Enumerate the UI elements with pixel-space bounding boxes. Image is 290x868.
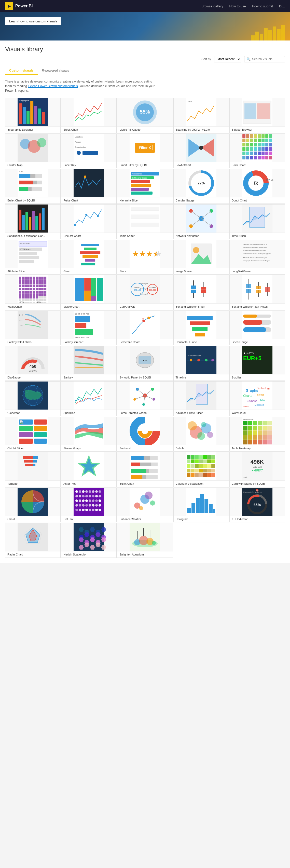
- visual-card[interactable]: ▲VizBullet Chart by SQLBI: [5, 169, 61, 204]
- visual-card[interactable]: Sankey: [61, 346, 117, 381]
- visual-card[interactable]: EnhancedScatter: [117, 488, 173, 522]
- visual-card[interactable]: 19,485 5,455 76814,030 4,687 209SankeyBa…: [61, 310, 117, 345]
- visual-card[interactable]: Network Navigator: [173, 204, 229, 239]
- visual-card[interactable]: Contract Compliance65%KPI Indicator: [229, 488, 285, 522]
- visual-card[interactable]: ★★★★★Stars: [117, 240, 173, 275]
- visual-card[interactable]: 496KUnits sold✦ GREAT▲VizCard with State…: [229, 452, 285, 487]
- visual-card[interactable]: Table Sorter: [117, 204, 173, 239]
- visual-card[interactable]: Hexbin Scatterplot: [61, 523, 117, 558]
- visual-card[interactable]: Total3KQty: 95Donut Chart: [229, 169, 285, 204]
- svg-point-541: [89, 499, 91, 502]
- visual-card[interactable]: LocationPersonOrganisationFacet Key: [61, 133, 117, 168]
- visual-preview: [5, 523, 60, 551]
- visual-name-label: EnhancedScatter: [117, 516, 172, 522]
- visual-card[interactable]: SandDance, a Microsoft Gar...: [5, 204, 61, 239]
- visual-card[interactable]: Calendar Visualization: [173, 452, 229, 487]
- visual-card[interactable]: Strippet Browser: [229, 98, 285, 133]
- visual-card[interactable]: PSOLServer#PSOLServerAttribute Slicer: [5, 240, 61, 275]
- visual-card[interactable]: Fulfillment DateTimeline: [173, 346, 229, 381]
- visual-card[interactable]: 55%Liquid Fill Gauge: [117, 98, 173, 133]
- visual-name-label: Timeline: [174, 374, 229, 380]
- visual-card[interactable]: Cluster Map: [5, 133, 61, 168]
- tab-r-powered[interactable]: R-powered visuals: [38, 66, 73, 75]
- visual-card[interactable]: ▲VizSparkline by OKViz - v1.0.0: [173, 98, 229, 133]
- visual-card[interactable]: Tornado: [5, 452, 61, 487]
- svg-rect-406: [34, 426, 47, 431]
- visual-card[interactable]: InfographicInfographic Designer: [5, 98, 61, 133]
- svg-rect-297: [91, 278, 96, 296]
- svg-rect-405: [19, 426, 33, 431]
- search-input[interactable]: [252, 57, 283, 61]
- visual-card[interactable]: Radar Chart: [5, 523, 61, 558]
- visual-card[interactable]: Sparkline: [61, 381, 117, 416]
- nav-submit[interactable]: How to submit: [252, 4, 273, 8]
- nav-browse[interactable]: Browse gallery: [201, 4, 223, 8]
- visual-card[interactable]: Dot Plot: [61, 488, 117, 522]
- visual-name-label: Brick Chart: [230, 162, 285, 168]
- visual-card[interactable]: EUR+5▲ 1.24%Scroller: [229, 346, 285, 381]
- visual-preview: Fulfillment Date: [174, 346, 229, 374]
- tab-custom-visuals[interactable]: Custom visuals: [5, 66, 38, 75]
- visual-name-label: Time Brush: [230, 232, 285, 239]
- visual-preview: LocationPersonOrganisation: [61, 134, 116, 162]
- visual-card[interactable]: Sunburst: [117, 417, 173, 452]
- svg-rect-404: [34, 420, 47, 425]
- main-content: Visuals library Sort by Most Recent 🔍 Cu…: [0, 40, 290, 563]
- svg-rect-503: [203, 469, 207, 472]
- visual-card[interactable]: Pulse Chart: [61, 169, 117, 204]
- visual-card[interactable]: Chiclet Slicer: [5, 417, 61, 452]
- visual-card[interactable]: Time Brush: [229, 204, 285, 239]
- visual-card[interactable]: Stock Chart: [61, 98, 117, 133]
- visual-card[interactable]: BowtieChart: [173, 133, 229, 168]
- visual-card[interactable]: LinearGauge: [229, 310, 285, 345]
- visual-card[interactable]: Table HeatmapTable Heatmap: [229, 417, 285, 452]
- svg-rect-352: [243, 327, 266, 332]
- svg-rect-335: [75, 323, 86, 328]
- visual-card[interactable]: Bullet Chart: [117, 452, 173, 487]
- visual-card[interactable]: Mekko Chart: [61, 275, 117, 310]
- visual-card[interactable]: Enlighten Aquarium: [117, 523, 173, 558]
- svg-rect-285: [30, 302, 32, 303]
- visual-card[interactable]: Gantt: [61, 240, 117, 275]
- svg-text:C→D: C→D: [19, 324, 23, 326]
- visual-card[interactable]: Histogram: [173, 488, 229, 522]
- svg-rect-428: [258, 421, 262, 425]
- visual-card[interactable]: Advanced Time Slicer: [173, 381, 229, 416]
- header-nav: Browse gallery How to use How to submit …: [201, 4, 285, 8]
- nav-more[interactable]: Di...: [279, 4, 285, 8]
- visual-card[interactable]: Aster Plot: [61, 452, 117, 487]
- visual-card[interactable]: Chord: [5, 488, 61, 522]
- visual-card[interactable]: Integrate your app with Power BI todeliv…: [229, 240, 285, 275]
- visual-card[interactable]: Brick Chart: [229, 133, 285, 168]
- nav-howto[interactable]: How to use: [229, 4, 246, 8]
- learn-button[interactable]: Learn how to use custom visuals: [5, 17, 61, 25]
- visual-card[interactable]: 45023.19%DialGauge: [5, 346, 61, 381]
- svg-rect-78: [258, 152, 261, 155]
- visual-card[interactable]: 77%35%WaffleChart: [5, 275, 61, 310]
- svg-text:▲Viz: ▲Viz: [142, 359, 148, 362]
- visual-card[interactable]: LineDot Chart: [61, 204, 117, 239]
- visual-card[interactable]: ○Direct$45,122● Direct$88,511Campaign AC…: [117, 275, 173, 310]
- visual-card[interactable]: Horizontal Funnel: [173, 310, 229, 345]
- visual-card[interactable]: A→CB→CC→DSankey with Labels: [5, 310, 61, 345]
- visual-preview: [5, 488, 60, 516]
- visual-card[interactable]: Bubble: [173, 417, 229, 452]
- extend-link[interactable]: Extend Power BI with custom visuals: [28, 84, 78, 88]
- visual-card[interactable]: Box and Whisker (Jan Pieter): [229, 275, 285, 310]
- visual-card[interactable]: AccessoriesBottles and CagesHierarchySli…: [117, 169, 173, 204]
- visual-card[interactable]: Stream Graph: [61, 417, 117, 452]
- visual-card[interactable]: GlobeMap: [5, 381, 61, 416]
- visual-card[interactable]: GraphsTechnologyChartsStoriesBusinessSal…: [229, 381, 285, 416]
- svg-rect-408: [34, 432, 47, 437]
- visual-card[interactable]: ▲VizSynoptic Panel by SQLBI: [117, 346, 173, 381]
- visual-card[interactable]: Image Viewer: [173, 240, 229, 275]
- sort-select[interactable]: Most Recent: [214, 56, 241, 62]
- visual-card[interactable]: Force-Directed Graph: [117, 381, 173, 416]
- visual-card[interactable]: 72%Circular Gauge: [173, 169, 229, 204]
- visual-card[interactable]: 75142Percentile Chart: [117, 310, 173, 345]
- logo-text: Power BI: [15, 4, 33, 8]
- visual-card[interactable]: Filter X|Smart Filter by SQLBI: [117, 133, 173, 168]
- svg-rect-74: [243, 152, 246, 155]
- svg-rect-66: [243, 147, 246, 151]
- visual-card[interactable]: Box and Whisker(Brad): [173, 275, 229, 310]
